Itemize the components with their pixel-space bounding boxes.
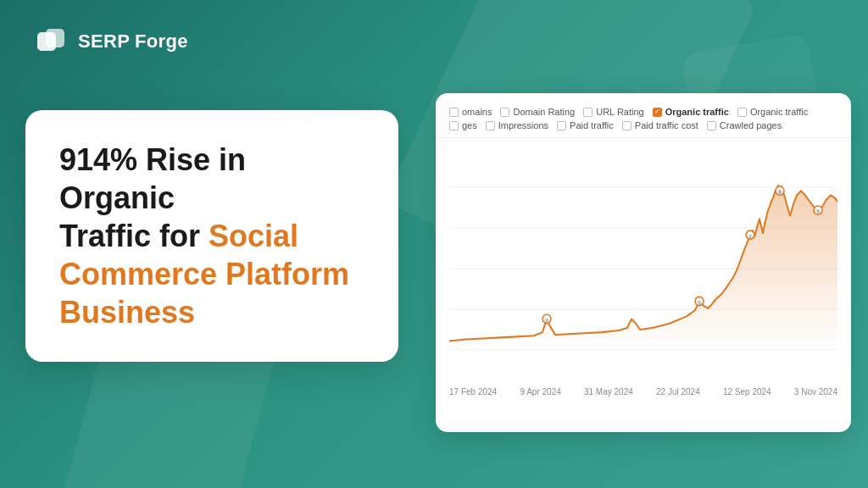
svg-text:⑤: ⑤ [815, 208, 821, 215]
legend-paid-traffic-cost: Paid traffic cost [622, 120, 698, 130]
svg-text:⑧: ⑧ [777, 189, 782, 196]
svg-text:②: ② [748, 233, 753, 240]
legend-checkbox-pages [449, 121, 459, 130]
legend-checkbox-url-rating [583, 108, 593, 117]
x-label-1: 17 Feb 2024 [449, 387, 497, 396]
svg-rect-1 [46, 29, 64, 47]
brand-name: SERP Forge [78, 30, 188, 53]
svg-text:⑤: ⑤ [697, 300, 702, 307]
x-label-4: 22 Jul 2024 [656, 387, 700, 396]
chart-svg: ② ⑤ ② ⑧ ⑤ [449, 147, 837, 350]
x-axis-labels: 17 Feb 2024 9 Apr 2024 31 May 2024 22 Ju… [436, 384, 851, 396]
headline-card: 914% Rise in Organic Traffic for Social … [25, 110, 398, 362]
svg-text:②: ② [544, 318, 549, 324]
x-label-5: 12 Sep 2024 [723, 387, 771, 396]
chart-panel: omains Domain Rating URL Rating Organic … [436, 93, 851, 432]
headline-highlight: Social Commerce Platform Business [59, 219, 349, 330]
legend-domains: omains [449, 107, 492, 117]
header: SERP Forge [34, 24, 188, 59]
logo-icon [34, 24, 70, 59]
x-label-3: 31 May 2024 [584, 387, 633, 396]
x-label-6: 3 Nov 2024 [794, 387, 837, 396]
legend-checkbox-organic-traffic [653, 108, 662, 117]
legend-url-rating: URL Rating [583, 107, 643, 117]
legend-organic-traffic: Organic traffic [653, 107, 729, 117]
chart-area: ② ⑤ ② ⑧ ⑤ [436, 138, 851, 384]
legend-checkbox-paid-traffic-cost [622, 121, 632, 130]
legend-paid-traffic: Paid traffic [557, 120, 614, 130]
legend-checkbox-paid-traffic [557, 121, 566, 130]
legend-checkbox-domain-rating [500, 108, 509, 117]
legend-organic-traffic-2: Organic traffic [737, 107, 808, 117]
legend-domain-rating: Domain Rating [500, 107, 575, 117]
chart-legend: omains Domain Rating URL Rating Organic … [436, 107, 851, 138]
legend-crawled-pages: Crawled pages [707, 120, 782, 130]
legend-impressions: Impressions [486, 120, 548, 130]
legend-checkbox-crawled-pages [707, 121, 716, 130]
legend-checkbox-impressions [486, 121, 495, 130]
headline-text: 914% Rise in Organic Traffic for Social … [59, 141, 364, 331]
legend-checkbox-domains [449, 108, 459, 117]
legend-pages: ges [449, 120, 477, 130]
legend-checkbox-organic-traffic-2 [737, 108, 747, 117]
x-label-2: 9 Apr 2024 [520, 387, 560, 396]
